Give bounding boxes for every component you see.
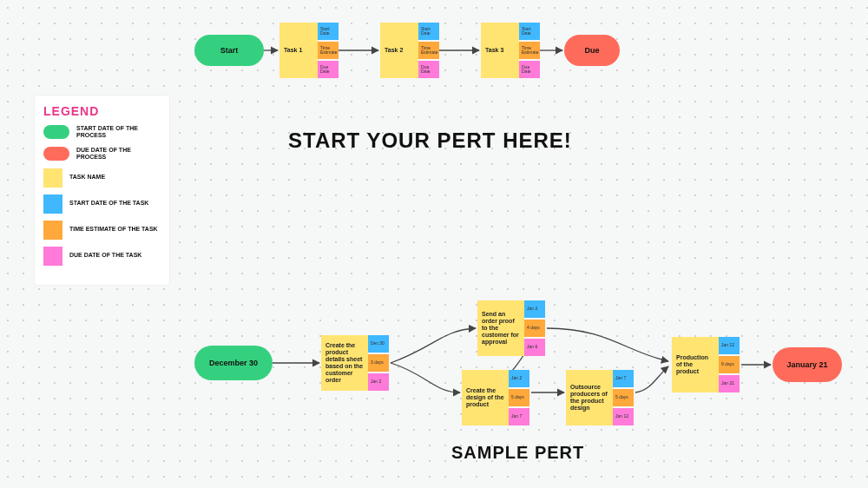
template-node-3-due: Due Date <box>519 61 540 78</box>
template-node-2-time: Time Estimate <box>418 42 439 59</box>
sample-start-label: December 30 <box>209 359 258 367</box>
template-start-pill[interactable]: Start <box>194 35 264 66</box>
legend-row-due: DUE DATE OF THE PROCESS <box>43 147 161 162</box>
sample-node-design-time: 5 days <box>509 389 529 406</box>
legend-swatch-orange <box>43 221 62 240</box>
legend-title: LEGEND <box>43 104 161 118</box>
template-node-1-due: Due Date <box>318 61 339 78</box>
legend-swatch-pink <box>43 247 62 266</box>
template-start-label: Start <box>220 46 239 55</box>
legend-swatch-green <box>43 125 69 139</box>
legend-swatch-yellow <box>43 168 62 188</box>
sample-node-production-time: 9 days <box>719 356 740 373</box>
legend-swatch-red <box>43 147 69 161</box>
template-node-3-time: Time Estimate <box>519 42 540 59</box>
sample-node-order-task: Send an order proof to the customer for … <box>477 300 524 356</box>
legend-row-taskdue: DUE DATE OF THE TASK <box>43 247 161 266</box>
sample-node-outsource-start: Jan 7 <box>613 370 634 387</box>
legend-panel: LEGEND START DATE OF THE PROCESS DUE DAT… <box>35 96 169 285</box>
legend-row-task: TASK NAME <box>43 168 161 188</box>
sample-node-design-due: Jan 7 <box>509 408 529 425</box>
template-due-label: Due <box>584 46 599 55</box>
legend-row-start: START DATE OF THE PROCESS <box>43 125 161 140</box>
sample-node-production-task: Production of the product <box>672 337 719 392</box>
legend-swatch-blue <box>43 195 62 214</box>
sample-node-outsource-task: Outsource producers of the product desig… <box>566 370 613 425</box>
template-due-pill[interactable]: Due <box>564 35 620 66</box>
template-node-1-start: Start Date <box>318 23 339 40</box>
sample-node-details-task: Create the product details sheet based o… <box>321 335 368 391</box>
heading-start-pert: START YOUR PERT HERE! <box>288 129 572 153</box>
template-node-1-time: Time Estimate <box>318 42 339 59</box>
sample-node-production-due: Jan 21 <box>719 375 740 392</box>
sample-due-pill[interactable]: January 21 <box>773 347 842 382</box>
template-node-2-due: Due Date <box>418 61 439 78</box>
pert-canvas[interactable]: LEGEND START DATE OF THE PROCESS DUE DAT… <box>0 0 868 488</box>
sample-node-outsource-time: 5 days <box>613 389 634 406</box>
sample-node-design-start: Jan 2 <box>509 370 529 387</box>
template-node-1-task: Task 1 <box>279 23 318 78</box>
heading-sample-pert: SAMPLE PERT <box>451 443 584 463</box>
legend-row-taskstart: START DATE OF THE TASK <box>43 195 161 214</box>
sample-due-label: January 21 <box>786 360 827 369</box>
template-node-2-start: Start Date <box>418 23 439 40</box>
sample-node-details-time: 3 days <box>368 354 389 372</box>
legend-row-estimate: TIME ESTIMATE OF THE TASK <box>43 221 161 240</box>
template-node-3-start: Start Date <box>519 23 540 40</box>
sample-node-design-task: Create the design of the product <box>462 370 509 425</box>
template-node-3-task: Task 3 <box>481 23 519 78</box>
sample-node-details-due: Jan 2 <box>368 373 389 391</box>
sample-node-order-start: Jan 2 <box>524 300 545 318</box>
sample-node-production-start: Jan 12 <box>719 337 740 354</box>
sample-node-order-time: 4 days <box>524 320 545 337</box>
sample-node-outsource-due: Jan 12 <box>613 408 634 425</box>
sample-node-order-due: Jan 6 <box>524 339 545 356</box>
sample-start-pill[interactable]: December 30 <box>194 346 273 380</box>
sample-node-details-start: Dec 30 <box>368 335 389 353</box>
template-node-2-task: Task 2 <box>380 23 418 78</box>
